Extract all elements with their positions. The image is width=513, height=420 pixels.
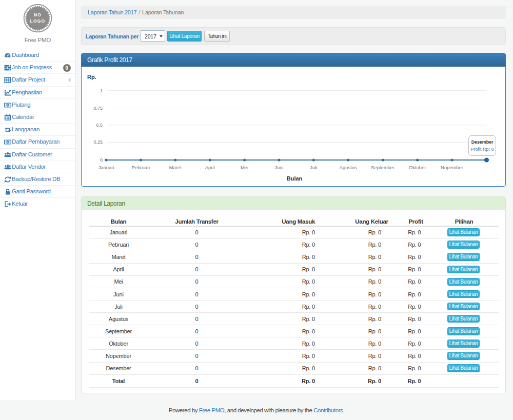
svg-text:Maret: Maret bbox=[169, 165, 182, 170]
svg-text:Juni: Juni bbox=[274, 165, 283, 170]
svg-text:0.75: 0.75 bbox=[93, 106, 103, 111]
svg-text:0.5: 0.5 bbox=[96, 123, 103, 128]
svg-text:LOGO: LOGO bbox=[30, 18, 46, 24]
svg-text:NO: NO bbox=[34, 12, 42, 17]
svg-text:0: 0 bbox=[100, 157, 103, 163]
svg-text:Mei: Mei bbox=[241, 165, 248, 170]
svg-text:1: 1 bbox=[100, 88, 103, 93]
svg-text:Pebruari: Pebruari bbox=[132, 165, 150, 170]
svg-text:0.25: 0.25 bbox=[93, 139, 103, 145]
svg-text:Oktober: Oktober bbox=[409, 165, 426, 170]
svg-text:Rp.: Rp. bbox=[87, 74, 96, 80]
svg-text:Agustus: Agustus bbox=[340, 165, 357, 170]
svg-text:Bulan: Bulan bbox=[287, 175, 303, 182]
svg-text:Januari: Januari bbox=[98, 165, 114, 170]
svg-text:Nopember: Nopember bbox=[441, 165, 463, 170]
svg-text:September: September bbox=[371, 165, 394, 170]
svg-text:April: April bbox=[205, 165, 215, 170]
svg-text:Juli: Juli bbox=[310, 165, 317, 170]
